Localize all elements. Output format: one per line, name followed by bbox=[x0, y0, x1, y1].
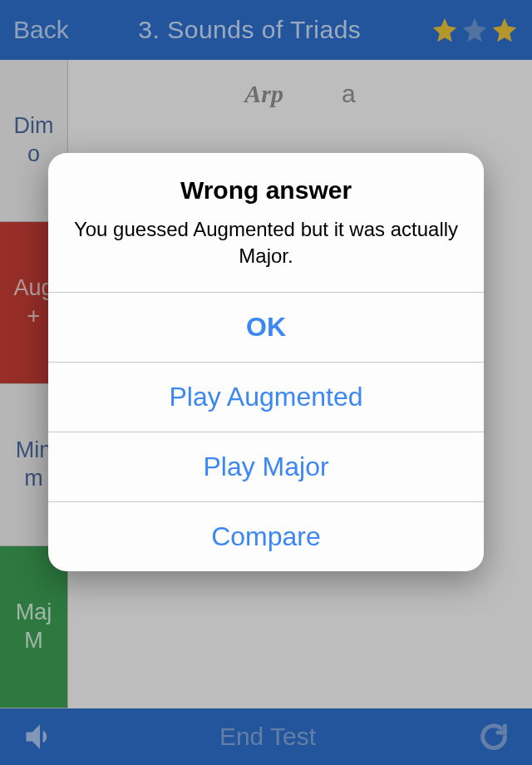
compare-button[interactable]: Compare bbox=[48, 501, 484, 571]
play-actual-button[interactable]: Play Major bbox=[48, 432, 484, 501]
modal-message: You guessed Augmented but it was actuall… bbox=[73, 216, 459, 270]
modal-title: Wrong answer bbox=[73, 176, 459, 205]
play-guess-button[interactable]: Play Augmented bbox=[48, 362, 484, 432]
ok-button[interactable]: OK bbox=[48, 292, 484, 362]
modal-header: Wrong answer You guessed Augmented but i… bbox=[48, 153, 484, 292]
wrong-answer-modal: Wrong answer You guessed Augmented but i… bbox=[48, 153, 484, 571]
